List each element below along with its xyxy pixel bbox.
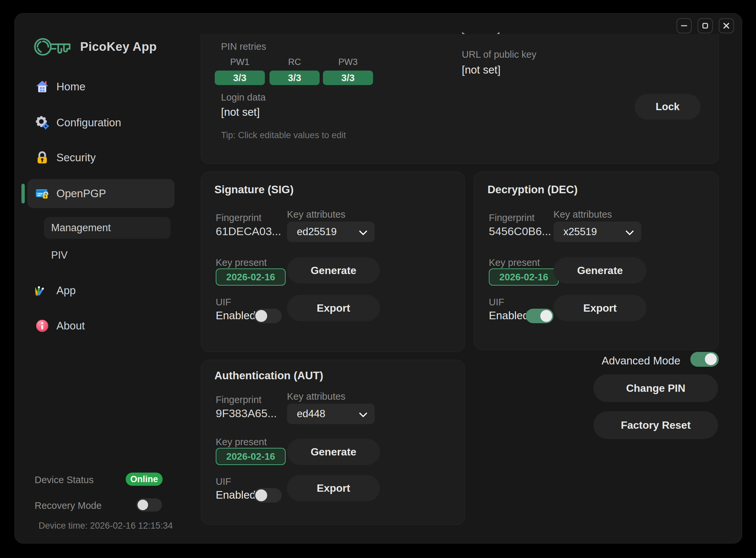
- signature-card: Signature (SIG) Fingerprint 61DECA03... …: [201, 172, 465, 352]
- generate-button[interactable]: Generate: [287, 257, 380, 284]
- fingerprint-label: Fingerprint: [216, 395, 261, 405]
- generate-button[interactable]: Generate: [553, 257, 647, 284]
- gear-icon: [35, 116, 49, 130]
- counter-label: RC: [270, 57, 320, 67]
- toggle-knob: [255, 489, 267, 501]
- lock-button[interactable]: Lock: [635, 94, 701, 120]
- counter-value-pill: 3/3: [323, 71, 373, 85]
- app-logo-row: PicoKey App: [33, 35, 157, 59]
- fingerprint-label: Fingerprint: [489, 212, 535, 223]
- sidebar-item-security[interactable]: Security: [35, 149, 96, 166]
- selected-option: ed25519: [297, 222, 337, 242]
- sidebar-item-label: Security: [56, 151, 96, 164]
- key-present-label: Key present: [216, 437, 267, 448]
- advanced-mode-label: Advanced Mode: [602, 355, 680, 367]
- factory-reset-button[interactable]: Factory Reset: [594, 411, 718, 439]
- uif-label: UIF: [489, 297, 504, 308]
- fingerprint-value[interactable]: 61DECA03...: [216, 225, 281, 238]
- counter-value-pill: 3/3: [270, 71, 320, 85]
- export-button[interactable]: Export: [287, 475, 380, 501]
- sidebar-subitem-label: Management: [51, 222, 111, 234]
- device-time: Device time: 2026-02-16 12:15:34: [39, 521, 173, 531]
- card-lock-icon: [35, 187, 49, 201]
- pin-counter-pw3: PW3 3/3: [323, 57, 373, 85]
- minimize-icon: [680, 22, 688, 29]
- sidebar-item-label: Home: [56, 80, 85, 93]
- fingerprint-value[interactable]: 9F383A65...: [216, 407, 277, 420]
- key-attributes-select[interactable]: ed25519: [287, 222, 375, 242]
- app-title: PicoKey App: [80, 40, 157, 54]
- key-present-date[interactable]: 2026-02-16: [216, 448, 286, 465]
- counter-value-pill: 3/3: [215, 71, 265, 85]
- uif-toggle[interactable]: [526, 309, 553, 323]
- key-present-date[interactable]: 2026-02-16: [489, 269, 559, 286]
- chevron-down-icon: [359, 227, 367, 235]
- generate-button[interactable]: Generate: [287, 439, 380, 465]
- sidebar-subitem-label: PIV: [51, 249, 68, 261]
- close-button[interactable]: [719, 18, 734, 33]
- chevron-down-icon: [359, 409, 367, 417]
- uif-label: UIF: [216, 297, 231, 308]
- app-window: PicoKey App Home: [15, 13, 742, 543]
- sidebar-item-label: Configuration: [56, 117, 121, 129]
- pin-retries-label: PIN retries: [221, 41, 266, 52]
- edit-tip: Tip: Click editable values to edit: [221, 130, 346, 141]
- device-status-label: Device Status: [35, 475, 94, 485]
- key-attributes-label: Key attributes: [287, 391, 345, 402]
- url-public-key-label: URL of public key: [462, 49, 536, 60]
- login-data-label: Login data: [221, 92, 266, 103]
- sidebar-item-app[interactable]: App: [35, 282, 76, 299]
- key-present-label: Key present: [489, 257, 540, 268]
- url-public-key-value[interactable]: [not set]: [462, 64, 500, 76]
- fingerprint-label: Fingerprint: [216, 212, 261, 223]
- sidebar-subitem-piv[interactable]: PIV: [51, 249, 68, 261]
- window-controls: [677, 18, 734, 33]
- key-logo-icon: [33, 35, 72, 59]
- pin-counter-rc: RC 3/3: [270, 57, 320, 85]
- key-attributes-select[interactable]: ed448: [287, 404, 375, 424]
- sidebar-item-about[interactable]: About: [35, 317, 85, 334]
- sidebar-item-label: OpenPGP: [56, 187, 106, 200]
- sidebar-item-label: App: [56, 284, 76, 297]
- recovery-mode-label: Recovery Mode: [35, 500, 102, 511]
- export-button[interactable]: Export: [553, 295, 647, 321]
- counter-label: PW1: [215, 57, 265, 67]
- pin-counter-pw1: PW1 3/3: [215, 57, 265, 85]
- chevron-down-icon: [625, 227, 634, 235]
- counter-label: PW3: [323, 57, 373, 67]
- home-icon: [35, 80, 49, 94]
- recovery-mode-toggle[interactable]: [136, 498, 162, 511]
- export-button[interactable]: Export: [287, 295, 380, 321]
- lock-icon: [35, 151, 49, 164]
- toggle-knob: [255, 310, 267, 322]
- sidebar-item-configuration[interactable]: Configuration: [35, 114, 121, 131]
- key-attributes-select[interactable]: x25519: [553, 222, 641, 242]
- sidebar-item-openpgp[interactable]: OpenPGP: [27, 179, 175, 208]
- uif-state: Enabled: [489, 309, 529, 322]
- login-data-value[interactable]: [not set]: [221, 106, 259, 119]
- change-pin-button[interactable]: Change PIN: [594, 374, 718, 402]
- key-present-label: Key present: [216, 257, 267, 268]
- sidebar-item-home[interactable]: Home: [35, 78, 85, 95]
- active-indicator-bar: [21, 184, 25, 203]
- uif-label: UIF: [216, 476, 231, 487]
- sidebar-subitem-management[interactable]: Management: [44, 217, 171, 239]
- main-content: [not set] PIN retries PW1 3/3 RC 3/3 PW3…: [201, 34, 719, 543]
- card-title: Decryption (DEC): [487, 183, 578, 196]
- selected-option: ed448: [297, 404, 325, 424]
- uif-state: Enabled: [216, 309, 256, 322]
- overview-card: PIN retries PW1 3/3 RC 3/3 PW3 3/3 Login…: [201, 34, 719, 164]
- toggle-knob: [137, 500, 148, 510]
- advanced-mode-toggle[interactable]: [690, 352, 719, 367]
- key-present-date[interactable]: 2026-02-16: [216, 269, 286, 286]
- fingerprint-value[interactable]: 5456C0B6...: [489, 225, 551, 238]
- key-attributes-label: Key attributes: [287, 209, 345, 220]
- maximize-button[interactable]: [698, 18, 713, 33]
- maximize-icon: [702, 22, 709, 29]
- sidebar-item-label: About: [56, 320, 85, 332]
- uif-toggle[interactable]: [254, 488, 282, 503]
- close-icon: [723, 22, 730, 29]
- confetti-icon: [35, 284, 49, 298]
- minimize-button[interactable]: [677, 18, 692, 33]
- uif-toggle[interactable]: [254, 309, 282, 323]
